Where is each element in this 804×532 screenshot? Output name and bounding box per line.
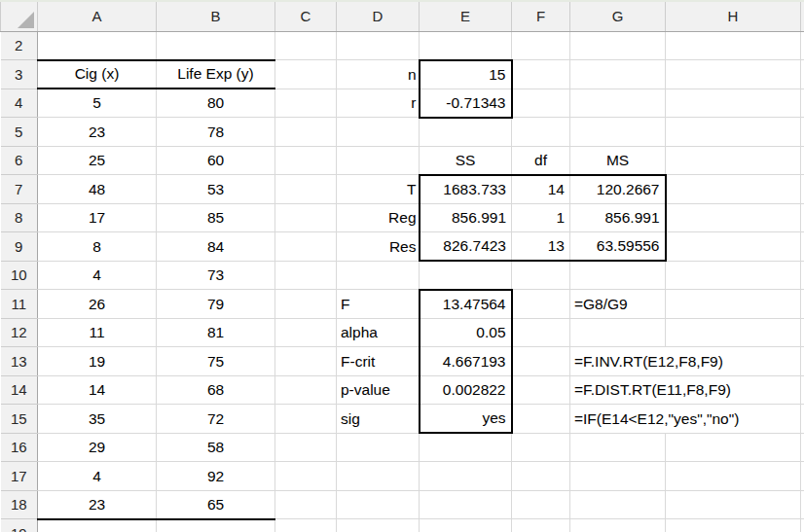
- cell-H10[interactable]: [666, 261, 801, 290]
- cell-F4[interactable]: [512, 89, 570, 118]
- row-header-13[interactable]: 13: [1, 347, 38, 376]
- cell-G17[interactable]: [570, 462, 666, 491]
- cell-C11[interactable]: [275, 290, 337, 319]
- cell-E4[interactable]: -0.71343: [420, 89, 512, 118]
- cell-A6[interactable]: 25: [38, 146, 157, 175]
- cell-C19[interactable]: [275, 519, 337, 532]
- cell-F18[interactable]: [512, 490, 570, 519]
- cell-A13[interactable]: 19: [38, 347, 157, 376]
- cell-F11[interactable]: [512, 290, 570, 319]
- cell-F19[interactable]: [512, 519, 570, 532]
- row-header-6[interactable]: 6: [1, 146, 38, 175]
- cell-I17[interactable]: [801, 462, 804, 491]
- cell-A12[interactable]: 11: [38, 318, 157, 347]
- cell-A16[interactable]: 29: [38, 433, 157, 462]
- row-header-17[interactable]: 17: [1, 462, 38, 491]
- row-header-19[interactable]: 19: [1, 519, 38, 532]
- cell-G7[interactable]: 120.2667: [570, 175, 666, 204]
- cell-D10[interactable]: [337, 261, 420, 290]
- cell-A15[interactable]: 35: [38, 405, 157, 434]
- cell-G6[interactable]: MS: [570, 146, 666, 175]
- column-header-A[interactable]: A: [38, 2, 157, 31]
- cell-B4[interactable]: 80: [157, 89, 275, 118]
- cell-I11[interactable]: [801, 290, 804, 319]
- cell-H16[interactable]: [666, 433, 801, 462]
- cell-C16[interactable]: [275, 433, 337, 462]
- cell-E10[interactable]: [420, 261, 512, 290]
- cell-H3[interactable]: [666, 60, 801, 89]
- row-header-7[interactable]: 7: [1, 175, 38, 204]
- row-header-18[interactable]: 18: [1, 490, 38, 519]
- cell-D6[interactable]: [337, 146, 420, 175]
- cell-C3[interactable]: [275, 60, 337, 89]
- cell-F14[interactable]: [512, 375, 570, 405]
- cell-A10[interactable]: 4: [38, 261, 157, 290]
- cell-A11[interactable]: 26: [38, 290, 157, 319]
- cell-A2[interactable]: [38, 31, 157, 60]
- cell-F3[interactable]: [512, 60, 570, 89]
- cell-C7[interactable]: [275, 175, 337, 204]
- cell-F6[interactable]: df: [512, 146, 570, 175]
- cell-A17[interactable]: 4: [38, 462, 157, 491]
- cell-D8[interactable]: Reg: [337, 203, 420, 232]
- cell-E11[interactable]: 13.47564: [420, 290, 512, 319]
- cell-A9[interactable]: 8: [38, 232, 157, 262]
- select-all-button[interactable]: [1, 2, 38, 31]
- cell-A14[interactable]: 14: [38, 375, 157, 405]
- cell-D13[interactable]: F-crit: [337, 347, 420, 376]
- cell-A8[interactable]: 17: [38, 203, 157, 232]
- cell-E14[interactable]: 0.002822: [420, 375, 512, 405]
- cell-D18[interactable]: [337, 490, 420, 519]
- cell-G9[interactable]: 63.59556: [570, 232, 666, 262]
- cell-G2[interactable]: [570, 31, 666, 60]
- cell-F13[interactable]: [512, 347, 570, 376]
- cell-C10[interactable]: [275, 261, 337, 290]
- cell-E18[interactable]: [420, 490, 512, 519]
- cell-D16[interactable]: [337, 433, 420, 462]
- row-header-5[interactable]: 5: [1, 118, 38, 147]
- cell-G16[interactable]: [570, 433, 666, 462]
- cell-B2[interactable]: [157, 31, 275, 60]
- column-header-H[interactable]: H: [666, 2, 801, 31]
- cell-B10[interactable]: 73: [157, 261, 275, 290]
- cell-H12[interactable]: [666, 318, 801, 347]
- cell-E13[interactable]: 4.667193: [420, 347, 512, 376]
- cell-I19[interactable]: [801, 519, 804, 532]
- cell-G8[interactable]: 856.991: [570, 203, 666, 232]
- cell-A5[interactable]: 23: [38, 118, 157, 147]
- row-header-16[interactable]: 16: [1, 433, 38, 462]
- row-header-2[interactable]: 2: [1, 31, 38, 60]
- cell-E17[interactable]: [420, 462, 512, 491]
- cell-B19[interactable]: [157, 519, 275, 532]
- cell-I18[interactable]: [801, 490, 804, 519]
- cell-I12[interactable]: [801, 318, 804, 347]
- cell-F7[interactable]: 14: [512, 175, 570, 204]
- cell-B3[interactable]: Life Exp (y): [157, 60, 275, 89]
- cell-E5[interactable]: [420, 118, 512, 147]
- cell-G4[interactable]: [570, 89, 666, 118]
- cell-C6[interactable]: [275, 146, 337, 175]
- row-header-10[interactable]: 10: [1, 261, 38, 290]
- cell-I14[interactable]: [801, 375, 804, 405]
- cell-B6[interactable]: 60: [157, 146, 275, 175]
- cell-G18[interactable]: [570, 490, 666, 519]
- cell-B18[interactable]: 65: [157, 490, 275, 519]
- row-header-3[interactable]: 3: [1, 60, 38, 89]
- cell-B8[interactable]: 85: [157, 203, 275, 232]
- cell-E7[interactable]: 1683.733: [420, 175, 512, 204]
- cell-A18[interactable]: 23: [38, 490, 157, 519]
- cell-G13[interactable]: =F.INV.RT(E12,F8,F9): [570, 347, 801, 376]
- cell-A3[interactable]: Cig (x): [38, 60, 157, 89]
- cell-I6[interactable]: [801, 146, 804, 175]
- cell-C18[interactable]: [275, 490, 337, 519]
- column-header-D[interactable]: D: [337, 2, 420, 31]
- cell-B9[interactable]: 84: [157, 232, 275, 262]
- column-header-sliver[interactable]: [801, 2, 804, 31]
- cell-C14[interactable]: [275, 375, 337, 405]
- cell-F9[interactable]: 13: [512, 232, 570, 262]
- cell-D11[interactable]: F: [337, 290, 420, 319]
- cell-C13[interactable]: [275, 347, 337, 376]
- cell-E19[interactable]: [420, 519, 512, 532]
- cell-I4[interactable]: [801, 89, 804, 118]
- row-header-14[interactable]: 14: [1, 375, 38, 405]
